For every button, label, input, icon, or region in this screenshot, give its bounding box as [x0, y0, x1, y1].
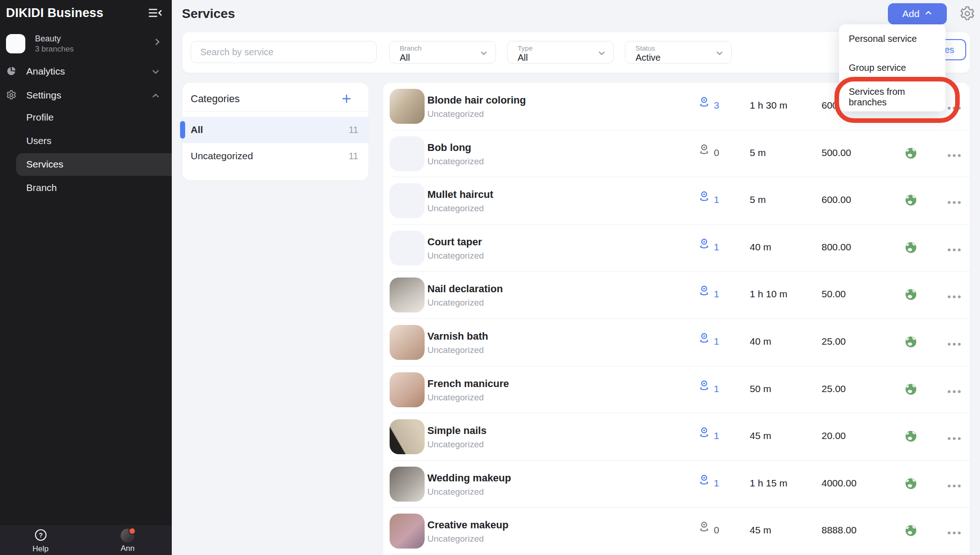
filter-select-branch[interactable]: BranchAll [389, 41, 496, 64]
service-row[interactable]: Mullet haircutUncategorized 15 m600.00 [383, 177, 970, 225]
service-duration: 5 m [750, 194, 766, 205]
app-title: DIKIDI Business [6, 6, 104, 20]
service-thumbnail [390, 372, 425, 407]
service-category: Uncategorized [427, 298, 484, 308]
category-item-all[interactable]: All11 [182, 117, 368, 143]
help-button[interactable]: ? Help [25, 529, 56, 554]
service-thumbnail [390, 278, 425, 312]
chevron-down-icon [479, 49, 488, 59]
branch-count: 3 [714, 100, 719, 111]
branch-pin-icon [698, 331, 710, 346]
sidebar-item-label: Services [26, 159, 64, 170]
service-price: 500.00 [822, 147, 851, 158]
row-menu-button[interactable] [945, 387, 963, 396]
sidebar-item-analytics[interactable]: Analytics [0, 60, 172, 83]
service-duration: 5 m [750, 147, 766, 158]
service-duration: 45 m [750, 525, 771, 536]
category-row-bg [182, 117, 368, 143]
online-globe-icon [904, 477, 917, 492]
active-indicator-bar [180, 121, 185, 139]
sidebar-footer: ? Help Ann [0, 525, 172, 555]
menu-item-personal-service[interactable]: Personal service [839, 24, 945, 53]
service-row[interactable]: French manicureUncategorized 150 m25.00 [383, 366, 970, 414]
row-menu-button[interactable] [945, 293, 963, 301]
online-globe-icon [904, 383, 917, 398]
search-input[interactable] [191, 41, 377, 63]
svg-text:?: ? [39, 532, 43, 539]
service-thumbnail [390, 419, 425, 454]
question-circle-icon: ? [35, 535, 47, 543]
menu-item-group-service[interactable]: Group service [839, 53, 945, 82]
service-row[interactable]: Simple nailsUncategorized 145 m20.00 [383, 413, 970, 461]
add-button-label: Add [902, 8, 919, 19]
chevron-down-icon [151, 67, 160, 78]
online-globe-icon [904, 335, 917, 350]
add-category-button[interactable] [342, 94, 351, 104]
page-title: Services [182, 6, 235, 21]
sidebar-item-label: Users [26, 135, 52, 146]
sidebar-item-profile[interactable]: Profile [0, 106, 172, 129]
select-value: All [400, 52, 410, 63]
row-menu-button[interactable] [945, 529, 963, 537]
sidebar-item-settings[interactable]: Settings [0, 84, 172, 107]
row-menu-button[interactable] [945, 151, 963, 160]
sidebar: DIKIDI Business Beauty 3 branches Analyt… [0, 0, 172, 555]
select-value: All [518, 52, 528, 63]
chevron-up-icon [924, 8, 933, 19]
row-menu-button[interactable] [945, 434, 963, 443]
service-name: Wedding makeup [427, 472, 511, 484]
branch-count: 1 [714, 242, 719, 253]
sidebar-item-users[interactable]: Users [0, 129, 172, 153]
settings-gear-icon[interactable] [959, 6, 975, 22]
row-menu-button[interactable] [945, 482, 963, 490]
category-item-uncategorized[interactable]: Uncategorized11 [182, 143, 368, 169]
service-row[interactable]: Wedding makeupUncategorized 11 h 15 m400… [383, 461, 970, 508]
filter-select-status[interactable]: StatusActive [625, 41, 732, 64]
service-name: Court taper [427, 236, 482, 248]
chevron-down-icon [597, 49, 606, 59]
row-menu-button[interactable] [945, 340, 963, 348]
service-row[interactable]: Bob longUncategorized 05 m500.00 [383, 130, 970, 178]
user-profile-button[interactable]: Ann [112, 529, 143, 553]
branch-pin-icon [698, 473, 710, 487]
service-row[interactable]: Varnish bathUncategorized 140 m25.00 [383, 319, 970, 366]
branch-pin-icon [698, 520, 710, 534]
branch-count: 1 [714, 194, 719, 205]
sidebar-collapse-icon[interactable] [148, 7, 162, 19]
branch-pin-icon [698, 426, 710, 440]
branch-count: 1 [714, 430, 719, 441]
service-thumbnail [390, 89, 425, 124]
filter-select-type[interactable]: TypeAll [507, 41, 614, 64]
row-menu-button[interactable] [945, 104, 963, 112]
service-name: Bob long [427, 142, 471, 154]
service-category: Uncategorized [427, 534, 484, 544]
select-value: Active [636, 52, 660, 63]
categories-title: Categories [191, 93, 239, 105]
branch-pin-icon [698, 284, 710, 298]
service-row[interactable]: Nail declarationUncategorized 11 h 10 m5… [383, 272, 970, 319]
online-globe-icon [904, 194, 917, 208]
chevron-up-icon [151, 91, 160, 102]
service-category: Uncategorized [427, 156, 484, 167]
sidebar-item-label: Branch [26, 182, 57, 193]
service-price: 50.00 [822, 289, 846, 300]
company-switcher[interactable]: Beauty 3 branches [0, 31, 172, 59]
menu-item-services-from-branches[interactable]: Services from branches [839, 82, 945, 111]
row-menu-button[interactable] [945, 246, 963, 254]
pie-chart-icon [6, 66, 17, 76]
row-menu-button[interactable] [945, 198, 963, 207]
service-row[interactable]: Court taperUncategorized 140 m800.00 [383, 225, 970, 272]
service-category: Uncategorized [427, 345, 484, 355]
service-row[interactable]: Creative makeupUncategorized 045 m8888.0… [383, 508, 970, 555]
sidebar-item-services[interactable]: Services [0, 153, 172, 176]
user-name: Ann [112, 544, 143, 553]
sidebar-item-branch[interactable]: Branch [0, 176, 172, 200]
select-label: Status [636, 44, 655, 52]
select-label: Branch [400, 44, 422, 52]
category-label: All [191, 124, 203, 135]
branch-count: 1 [714, 383, 719, 394]
service-category: Uncategorized [427, 439, 484, 450]
add-button[interactable]: Add [888, 3, 947, 24]
service-thumbnail [390, 183, 425, 218]
service-price: 25.00 [822, 336, 846, 347]
